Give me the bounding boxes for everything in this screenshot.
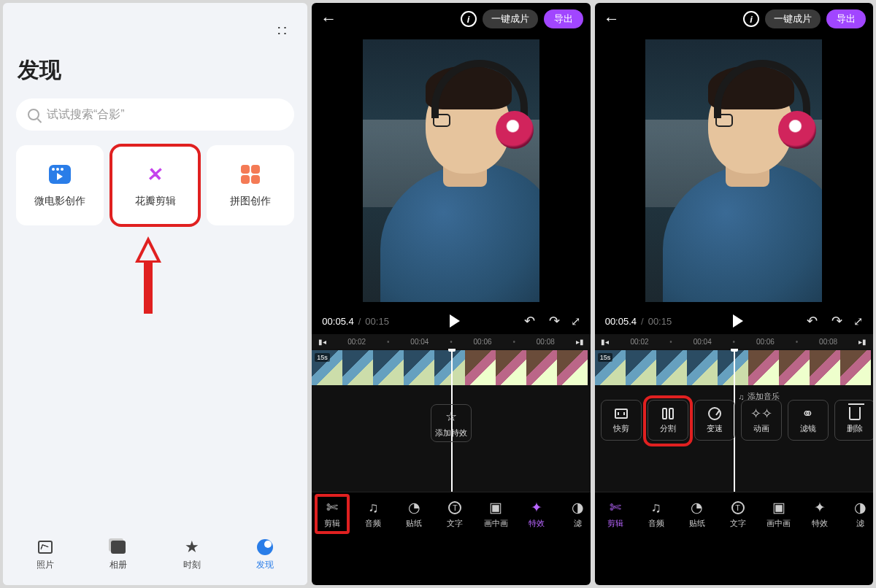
nav-clip[interactable]: 剪辑 bbox=[312, 492, 353, 535]
split-icon bbox=[662, 408, 674, 419]
nav-sticker[interactable]: 贴纸 bbox=[677, 492, 718, 535]
card-label: 花瓣剪辑 bbox=[135, 195, 176, 208]
sticker-icon bbox=[408, 500, 420, 516]
bottom-nav: 照片 相册 ★ 时刻 发现 bbox=[3, 534, 307, 585]
jump-end-icon[interactable]: ▸▮ bbox=[858, 337, 867, 346]
clip-duration-badge: 15s bbox=[315, 353, 330, 362]
add-effect-chip[interactable]: ☆ 添加特效 bbox=[431, 404, 472, 442]
action-filter[interactable]: 滤镜 bbox=[788, 400, 829, 441]
action-split[interactable]: 分割 bbox=[648, 400, 688, 441]
text-icon: T bbox=[448, 501, 461, 514]
card-label: 微电影创作 bbox=[34, 195, 85, 208]
jump-end-icon[interactable]: ▸▮ bbox=[576, 337, 585, 346]
nav-pip[interactable]: 画中画 bbox=[475, 492, 516, 535]
panel-editor-2: ← i 一键成片 导出 00:05.4 / 00:15 ↶ ↷ ⤢ ▮◂ 00:… bbox=[595, 3, 873, 585]
clip-1[interactable]: 15s bbox=[312, 350, 465, 385]
action-animation[interactable]: ✧ 动画 bbox=[741, 400, 782, 441]
action-quick-cut[interactable]: 快剪 bbox=[601, 400, 642, 441]
quick-cut-icon bbox=[615, 409, 628, 419]
card-petal-clip[interactable]: ✕ 花瓣剪辑 bbox=[111, 145, 199, 225]
undo-button[interactable]: ↶ bbox=[521, 313, 539, 329]
fullscreen-button[interactable]: ⤢ bbox=[853, 314, 863, 328]
tab-photos[interactable]: 照片 bbox=[9, 538, 82, 578]
nav-audio[interactable]: 音频 bbox=[636, 492, 677, 535]
editor-tools-nav: 剪辑 音频 贴纸 T 文字 画中画 特效 滤 bbox=[595, 492, 873, 535]
clip-actions: 快剪 分割 变速 ✧ 动画 滤镜 删除 bbox=[601, 400, 867, 442]
fullscreen-button[interactable]: ⤢ bbox=[571, 314, 580, 328]
sparkle-icon bbox=[814, 500, 826, 516]
action-speed[interactable]: 变速 bbox=[694, 400, 735, 441]
card-label: 拼图创作 bbox=[230, 195, 271, 208]
redo-button[interactable]: ↷ bbox=[829, 313, 846, 329]
clip-1-selected[interactable]: 15s bbox=[595, 350, 748, 385]
sparkle-icon bbox=[531, 500, 542, 516]
timeline[interactable]: 15s + ♫ 添加音乐 快剪 分割 变速 bbox=[595, 349, 873, 492]
nav-text[interactable]: T 文字 bbox=[434, 492, 475, 535]
pip-icon bbox=[772, 500, 785, 516]
nav-text[interactable]: T 文字 bbox=[718, 492, 758, 535]
filter-icon bbox=[854, 500, 867, 516]
music-icon bbox=[368, 500, 378, 516]
petal-icon: ✕ bbox=[146, 163, 164, 186]
undo-button[interactable]: ↶ bbox=[804, 313, 821, 329]
back-button[interactable]: ← bbox=[319, 9, 338, 28]
pip-icon bbox=[489, 500, 502, 516]
tab-discover[interactable]: 发现 bbox=[228, 538, 301, 578]
nav-sticker[interactable]: 贴纸 bbox=[393, 492, 434, 535]
card-collage[interactable]: 拼图创作 bbox=[207, 145, 294, 225]
puzzle-icon bbox=[241, 165, 260, 184]
card-micro-movie[interactable]: 微电影创作 bbox=[16, 145, 104, 225]
search-icon bbox=[28, 109, 39, 120]
nav-pip[interactable]: 画中画 bbox=[758, 492, 799, 535]
nav-filter[interactable]: 滤 bbox=[557, 492, 590, 535]
time-total: 00:15 bbox=[365, 316, 389, 327]
filter-icon bbox=[572, 500, 584, 516]
play-button[interactable] bbox=[731, 314, 745, 328]
back-button[interactable]: ← bbox=[602, 9, 621, 28]
nav-effects[interactable]: 特效 bbox=[799, 492, 840, 535]
video-canvas[interactable] bbox=[645, 39, 822, 302]
video-icon bbox=[49, 165, 71, 184]
jump-start-icon[interactable]: ▮◂ bbox=[318, 337, 326, 346]
text-icon: T bbox=[731, 501, 745, 514]
action-delete[interactable]: 删除 bbox=[834, 400, 873, 441]
info-icon[interactable]: i bbox=[743, 11, 759, 27]
annotation-arrow-up bbox=[123, 236, 174, 324]
auto-compose-chip[interactable]: 一键成片 bbox=[765, 9, 821, 28]
page-title: 发现 bbox=[18, 55, 293, 85]
photo-icon bbox=[38, 541, 53, 554]
nav-audio[interactable]: 音频 bbox=[353, 492, 393, 535]
creation-cards: 微电影创作 ✕ 花瓣剪辑 拼图创作 bbox=[16, 145, 294, 225]
speed-icon bbox=[708, 407, 721, 420]
redo-button[interactable]: ↷ bbox=[546, 313, 564, 329]
time-total: 00:15 bbox=[648, 316, 672, 327]
export-button[interactable]: 导出 bbox=[826, 9, 866, 28]
animation-icon: ✧ bbox=[750, 406, 772, 421]
preview-area bbox=[312, 35, 590, 306]
search-input[interactable]: 试试搜索“合影” bbox=[16, 98, 294, 131]
time-ruler[interactable]: ▮◂ 00:02• 00:04• 00:06• 00:08 ▸▮ bbox=[595, 334, 873, 349]
sticker-icon bbox=[691, 500, 703, 516]
time-ruler[interactable]: ▮◂ 00:02• 00:04• 00:06• 00:08 ▸▮ bbox=[312, 334, 590, 349]
scissors-icon bbox=[610, 500, 621, 516]
timeline[interactable]: 15s + ☆ 添加特效 bbox=[312, 349, 590, 492]
nav-effects[interactable]: 特效 bbox=[516, 492, 557, 535]
header-menu-dots[interactable]: ∷ bbox=[16, 19, 294, 50]
play-button[interactable] bbox=[447, 314, 462, 328]
info-icon[interactable]: i bbox=[461, 11, 477, 27]
nav-filter[interactable]: 滤 bbox=[840, 492, 873, 535]
time-current: 00:05.4 bbox=[605, 316, 637, 327]
star-icon: ★ bbox=[183, 538, 201, 556]
clip-2[interactable] bbox=[465, 350, 588, 385]
tab-albums[interactable]: 相册 bbox=[82, 538, 155, 578]
nav-clip[interactable]: 剪辑 bbox=[595, 492, 636, 535]
tab-moments[interactable]: ★ 时刻 bbox=[155, 538, 228, 578]
auto-compose-chip[interactable]: 一键成片 bbox=[483, 9, 538, 28]
trash-icon bbox=[849, 407, 861, 420]
video-canvas[interactable] bbox=[363, 39, 539, 302]
editor-header: ← i 一键成片 导出 bbox=[595, 3, 873, 35]
export-button[interactable]: 导出 bbox=[544, 9, 583, 28]
clip-2[interactable] bbox=[748, 350, 871, 385]
jump-start-icon[interactable]: ▮◂ bbox=[601, 337, 610, 346]
music-icon bbox=[651, 500, 661, 516]
